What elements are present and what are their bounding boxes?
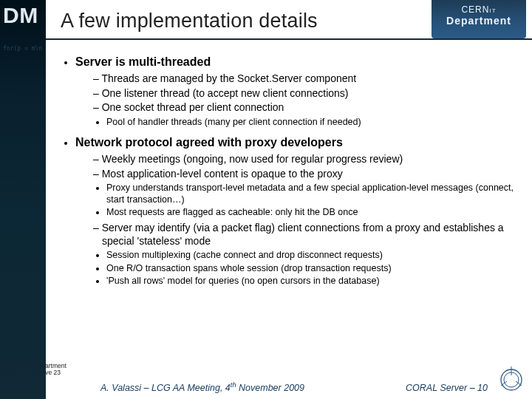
bullet-2-heading: Network protocol agreed with proxy devel…: [75, 136, 343, 149]
badge-department: Department: [432, 15, 526, 27]
code-background: for(p = m\n -second-\n ....\npid_t pid\n…: [3, 44, 46, 52]
b2-l3b-0: Session multiplexing (cache connect and …: [106, 250, 520, 262]
b1-l2-2: One socket thread per client connection: [93, 101, 520, 115]
b2-l3a-1: Most requests are flagged as cacheable: …: [106, 207, 520, 219]
slide-title: A few implementation details: [46, 10, 318, 33]
b1-l3-0: Pool of handler threads (many per client…: [106, 117, 520, 129]
cern-seal-icon: [497, 365, 526, 395]
b2-l2b-0: Server may identify (via a packet flag) …: [93, 222, 520, 248]
slide-header: A few implementation details CERNIT Depa…: [46, 0, 532, 44]
bullet-2: Network protocol agreed with proxy devel…: [75, 135, 520, 287]
brand-dm: DM: [3, 3, 38, 28]
b1-l2-1: One listener thread (to accept new clien…: [93, 87, 520, 100]
cern-it-badge: CERNIT Department: [432, 0, 526, 38]
b2-l2a-0: Weekly meetings (ongoing, now used for r…: [93, 153, 520, 166]
b2-l3a-0: Proxy understands transport-level metada…: [106, 183, 520, 205]
bullet-1-heading: Server is multi-threaded: [75, 55, 211, 68]
badge-it: IT: [489, 7, 496, 14]
slide-footer: CERN - IT Department CH-1211 Genève 23 S…: [0, 361, 532, 399]
b2-l3b-2: 'Push all rows' model for queries (no op…: [106, 276, 520, 287]
footer-center: A. Valassi – LCG AA Meeting, 4th Novembe…: [100, 381, 304, 393]
badge-cern: CERN: [461, 4, 489, 15]
b2-l3b-1: One R/O transaction spans whole session …: [106, 263, 520, 275]
slide-body: Server is multi-threaded Threads are man…: [46, 46, 525, 361]
b1-l2-0: Threads are managed by the Socket.Server…: [93, 72, 520, 86]
left-brand-strip: for(p = m\n -second-\n ....\npid_t pid\n…: [0, 0, 46, 399]
b2-l2a-1: Most application-level content is opaque…: [93, 168, 520, 181]
bullet-1: Server is multi-threaded Threads are man…: [75, 55, 520, 128]
footer-page-label: CORAL Server – 10: [406, 383, 488, 393]
header-divider: [46, 38, 532, 40]
